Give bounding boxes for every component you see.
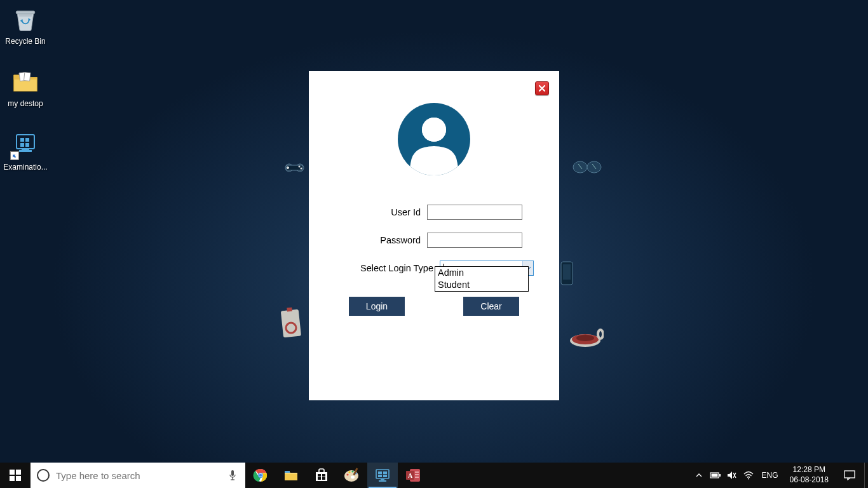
svg-rect-13	[287, 308, 292, 312]
svg-point-57	[351, 470, 353, 472]
login-type-label: Select Login Type	[360, 263, 433, 273]
svg-point-16	[576, 335, 594, 341]
taskbar-pinned-apps: A	[245, 463, 428, 488]
svg-rect-10	[563, 264, 571, 280]
svg-rect-52	[322, 477, 325, 480]
close-button[interactable]	[535, 81, 549, 95]
login-button[interactable]: Login	[349, 297, 405, 316]
app-icon	[10, 130, 41, 160]
desktop-icon-label: Examinatio...	[0, 163, 51, 172]
svg-rect-74	[719, 474, 721, 477]
user-id-label: User Id	[391, 207, 421, 217]
user-id-input[interactable]	[427, 205, 522, 220]
svg-rect-27	[25, 143, 29, 147]
clock-time: 12:28 PM	[790, 465, 829, 475]
desktop-icon-recycle-bin[interactable]: Recycle Bin	[0, 4, 51, 46]
show-desktop-button[interactable]	[864, 463, 868, 488]
svg-rect-35	[10, 470, 15, 475]
svg-rect-61	[378, 471, 382, 474]
svg-rect-36	[16, 470, 21, 475]
recycle-bin-icon	[10, 4, 41, 34]
svg-rect-4	[287, 167, 289, 168]
svg-rect-50	[322, 474, 325, 477]
svg-rect-70	[415, 471, 419, 473]
cortana-icon	[37, 469, 50, 482]
svg-point-17	[598, 330, 603, 339]
desktop-icon-label: Recycle Bin	[0, 37, 51, 46]
taskbar-app-paint[interactable]	[337, 463, 367, 488]
microphone-icon[interactable]	[227, 469, 238, 482]
svg-point-54	[351, 476, 355, 479]
taskbar: A ENG 12:28 PM 06-08-2018	[0, 463, 868, 488]
wallpaper-gamepad-icon	[283, 159, 308, 187]
svg-rect-65	[381, 479, 384, 480]
svg-point-34	[422, 118, 446, 142]
folder-icon	[10, 66, 41, 97]
svg-text:A: A	[408, 472, 413, 479]
svg-rect-28	[22, 149, 29, 150]
volume-icon[interactable]	[724, 463, 740, 488]
dropdown-option[interactable]: Admin	[435, 267, 528, 279]
svg-rect-66	[379, 480, 386, 482]
start-button[interactable]	[0, 463, 31, 488]
svg-point-5	[299, 166, 301, 168]
svg-rect-38	[16, 476, 21, 481]
svg-point-55	[346, 473, 348, 475]
paint-icon	[344, 468, 360, 483]
password-input[interactable]	[427, 233, 522, 248]
svg-rect-25	[25, 138, 29, 142]
desktop-icon-app-shortcut[interactable]: Examinatio...	[0, 130, 51, 172]
svg-rect-24	[20, 138, 24, 142]
taskbar-clock[interactable]: 12:28 PM 06-08-2018	[783, 465, 835, 485]
login-window: User Id Password Select Login Type Admin…	[309, 71, 559, 400]
svg-rect-18	[16, 11, 34, 14]
windows-icon	[10, 470, 21, 481]
login-type-dropdown: Admin Student	[435, 266, 529, 292]
svg-rect-39	[231, 470, 234, 476]
svg-rect-26	[20, 143, 24, 147]
svg-point-7	[573, 161, 587, 173]
desktop-icon-folder[interactable]: my destop	[0, 66, 51, 108]
svg-rect-37	[10, 476, 15, 481]
taskbar-app-explorer[interactable]	[276, 463, 306, 488]
battery-icon[interactable]	[707, 463, 724, 488]
svg-rect-46	[285, 474, 297, 480]
svg-rect-79	[844, 471, 855, 478]
svg-rect-48	[316, 472, 327, 481]
svg-point-78	[748, 478, 749, 480]
wifi-icon[interactable]	[740, 463, 757, 488]
svg-rect-29	[19, 150, 32, 152]
user-avatar-icon	[398, 103, 470, 175]
system-tray: ENG 12:28 PM 06-08-2018	[691, 463, 868, 488]
taskbar-search[interactable]	[31, 463, 245, 488]
clear-button[interactable]: Clear	[463, 297, 519, 316]
monitor-icon	[375, 468, 390, 482]
svg-point-6	[301, 168, 302, 170]
wallpaper-glasses-icon	[572, 158, 602, 179]
taskbar-app-running[interactable]	[367, 463, 398, 488]
store-icon	[315, 468, 329, 482]
language-indicator[interactable]: ENG	[757, 471, 783, 480]
svg-rect-49	[318, 474, 321, 477]
taskbar-app-chrome[interactable]	[245, 463, 276, 488]
wallpaper-phone-icon	[559, 261, 574, 291]
wallpaper-tag-icon	[278, 305, 305, 344]
dropdown-option[interactable]: Student	[435, 279, 528, 291]
search-input[interactable]	[56, 470, 239, 481]
wallpaper-mug-icon	[569, 314, 604, 351]
access-icon: A	[405, 468, 421, 482]
tray-overflow-icon[interactable]	[691, 463, 707, 488]
svg-point-45	[259, 474, 262, 477]
file-explorer-icon	[283, 468, 299, 482]
login-form: User Id Password Select Login Type Admin…	[309, 205, 559, 276]
taskbar-app-access[interactable]: A	[398, 463, 428, 488]
password-label: Password	[380, 235, 421, 245]
svg-rect-72	[415, 477, 419, 478]
svg-rect-51	[318, 477, 321, 480]
taskbar-app-store[interactable]	[306, 463, 337, 488]
svg-rect-47	[285, 471, 290, 473]
svg-rect-63	[378, 475, 382, 477]
svg-rect-75	[711, 474, 717, 477]
chrome-icon	[253, 468, 268, 483]
action-center-icon[interactable]	[835, 463, 864, 488]
